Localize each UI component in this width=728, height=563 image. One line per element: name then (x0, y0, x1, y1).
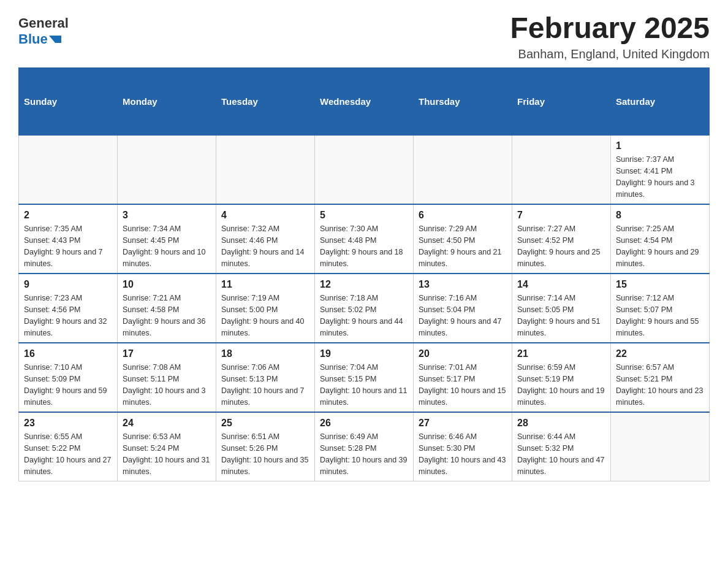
day-number: 16 (24, 348, 112, 359)
calendar-cell-w3-d6: 14Sunrise: 7:14 AMSunset: 5:05 PMDayligh… (512, 274, 611, 343)
day-number: 6 (419, 210, 507, 221)
calendar-cell-w5-d1: 23Sunrise: 6:55 AMSunset: 5:22 PMDayligh… (19, 412, 118, 481)
day-number: 11 (221, 279, 309, 290)
day-number: 13 (419, 279, 507, 290)
calendar-cell-w3-d3: 11Sunrise: 7:19 AMSunset: 5:00 PMDayligh… (216, 274, 315, 343)
day-info: Sunrise: 7:27 AMSunset: 4:52 PMDaylight:… (517, 223, 605, 269)
calendar-table: Sunday Monday Tuesday Wednesday Thursday… (18, 67, 710, 482)
day-number: 1 (616, 140, 704, 151)
day-info: Sunrise: 6:59 AMSunset: 5:19 PMDaylight:… (517, 362, 605, 408)
week-row-3: 9Sunrise: 7:23 AMSunset: 4:56 PMDaylight… (19, 274, 710, 343)
day-number: 26 (320, 418, 408, 429)
logo: General Blue (18, 12, 69, 47)
calendar-cell-w4-d3: 18Sunrise: 7:06 AMSunset: 5:13 PMDayligh… (216, 343, 315, 412)
day-number: 27 (419, 418, 507, 429)
calendar-cell-w2-d1: 2Sunrise: 7:35 AMSunset: 4:43 PMDaylight… (19, 204, 118, 274)
day-number: 5 (320, 210, 408, 221)
day-number: 14 (517, 279, 605, 290)
month-title: February 2025 (510, 12, 710, 45)
day-info: Sunrise: 7:16 AMSunset: 5:04 PMDaylight:… (419, 293, 507, 339)
day-info: Sunrise: 7:21 AMSunset: 4:58 PMDaylight:… (123, 293, 211, 339)
calendar-cell-w3-d7: 15Sunrise: 7:12 AMSunset: 5:07 PMDayligh… (611, 274, 710, 343)
weekday-header-row: Sunday Monday Tuesday Wednesday Thursday… (19, 67, 710, 135)
day-number: 10 (123, 279, 211, 290)
calendar-cell-w3-d2: 10Sunrise: 7:21 AMSunset: 4:58 PMDayligh… (118, 274, 216, 343)
week-row-5: 23Sunrise: 6:55 AMSunset: 5:22 PMDayligh… (19, 412, 710, 481)
day-info: Sunrise: 7:30 AMSunset: 4:48 PMDaylight:… (320, 223, 408, 269)
day-number: 9 (24, 279, 112, 290)
calendar-cell-w4-d7: 22Sunrise: 6:57 AMSunset: 5:21 PMDayligh… (611, 343, 710, 412)
week-row-4: 16Sunrise: 7:10 AMSunset: 5:09 PMDayligh… (19, 343, 710, 412)
day-info: Sunrise: 7:08 AMSunset: 5:11 PMDaylight:… (123, 362, 211, 408)
day-info: Sunrise: 7:37 AMSunset: 4:41 PMDaylight:… (616, 154, 704, 200)
header-sunday: Sunday (19, 67, 118, 135)
calendar-cell-w4-d1: 16Sunrise: 7:10 AMSunset: 5:09 PMDayligh… (19, 343, 118, 412)
calendar-cell-w5-d6: 28Sunrise: 6:44 AMSunset: 5:32 PMDayligh… (512, 412, 611, 481)
calendar-cell-w2-d3: 4Sunrise: 7:32 AMSunset: 4:46 PMDaylight… (216, 204, 315, 274)
day-number: 23 (24, 418, 112, 429)
week-row-1: 1Sunrise: 7:37 AMSunset: 4:41 PMDaylight… (19, 135, 710, 204)
calendar-cell-w5-d4: 26Sunrise: 6:49 AMSunset: 5:28 PMDayligh… (315, 412, 414, 481)
day-number: 24 (123, 418, 211, 429)
calendar-cell-w1-d6 (512, 135, 611, 204)
header-friday: Friday (512, 67, 611, 135)
day-info: Sunrise: 7:29 AMSunset: 4:50 PMDaylight:… (419, 223, 507, 269)
calendar-cell-w5-d2: 24Sunrise: 6:53 AMSunset: 5:24 PMDayligh… (118, 412, 216, 481)
day-info: Sunrise: 7:34 AMSunset: 4:45 PMDaylight:… (123, 223, 211, 269)
logo-triangle-icon (49, 36, 61, 43)
header-tuesday: Tuesday (216, 67, 315, 135)
day-info: Sunrise: 6:49 AMSunset: 5:28 PMDaylight:… (320, 431, 408, 477)
day-info: Sunrise: 7:25 AMSunset: 4:54 PMDaylight:… (616, 223, 704, 269)
calendar-cell-w2-d6: 7Sunrise: 7:27 AMSunset: 4:52 PMDaylight… (512, 204, 611, 274)
day-info: Sunrise: 7:18 AMSunset: 5:02 PMDaylight:… (320, 293, 408, 339)
day-info: Sunrise: 7:32 AMSunset: 4:46 PMDaylight:… (221, 223, 309, 269)
header-wednesday: Wednesday (315, 67, 414, 135)
calendar-cell-w4-d2: 17Sunrise: 7:08 AMSunset: 5:11 PMDayligh… (118, 343, 216, 412)
logo-general-text: General (18, 15, 69, 31)
calendar-cell-w5-d3: 25Sunrise: 6:51 AMSunset: 5:26 PMDayligh… (216, 412, 315, 481)
calendar-cell-w1-d3 (216, 135, 315, 204)
day-info: Sunrise: 7:12 AMSunset: 5:07 PMDaylight:… (616, 293, 704, 339)
day-info: Sunrise: 6:55 AMSunset: 5:22 PMDaylight:… (24, 431, 112, 477)
day-info: Sunrise: 6:44 AMSunset: 5:32 PMDaylight:… (517, 431, 605, 477)
day-info: Sunrise: 7:06 AMSunset: 5:13 PMDaylight:… (221, 362, 309, 408)
day-number: 20 (419, 348, 507, 359)
calendar-cell-w1-d7: 1Sunrise: 7:37 AMSunset: 4:41 PMDaylight… (611, 135, 710, 204)
day-info: Sunrise: 6:51 AMSunset: 5:26 PMDaylight:… (221, 431, 309, 477)
calendar-cell-w2-d5: 6Sunrise: 7:29 AMSunset: 4:50 PMDaylight… (414, 204, 512, 274)
day-info: Sunrise: 6:46 AMSunset: 5:30 PMDaylight:… (419, 431, 507, 477)
day-info: Sunrise: 7:23 AMSunset: 4:56 PMDaylight:… (24, 293, 112, 339)
day-number: 8 (616, 210, 704, 221)
calendar-cell-w2-d7: 8Sunrise: 7:25 AMSunset: 4:54 PMDaylight… (611, 204, 710, 274)
calendar-cell-w3-d4: 12Sunrise: 7:18 AMSunset: 5:02 PMDayligh… (315, 274, 414, 343)
day-info: Sunrise: 7:19 AMSunset: 5:00 PMDaylight:… (221, 293, 309, 339)
day-number: 3 (123, 210, 211, 221)
calendar-cell-w4-d5: 20Sunrise: 7:01 AMSunset: 5:17 PMDayligh… (414, 343, 512, 412)
calendar-cell-w1-d2 (118, 135, 216, 204)
day-number: 12 (320, 279, 408, 290)
calendar-cell-w2-d4: 5Sunrise: 7:30 AMSunset: 4:48 PMDaylight… (315, 204, 414, 274)
calendar-cell-w5-d7 (611, 412, 710, 481)
calendar-cell-w5-d5: 27Sunrise: 6:46 AMSunset: 5:30 PMDayligh… (414, 412, 512, 481)
header-saturday: Saturday (611, 67, 710, 135)
calendar-cell-w4-d6: 21Sunrise: 6:59 AMSunset: 5:19 PMDayligh… (512, 343, 611, 412)
logo-blue-text: Blue (18, 31, 61, 47)
day-info: Sunrise: 7:14 AMSunset: 5:05 PMDaylight:… (517, 293, 605, 339)
day-number: 25 (221, 418, 309, 429)
day-info: Sunrise: 7:10 AMSunset: 5:09 PMDaylight:… (24, 362, 112, 408)
day-number: 15 (616, 279, 704, 290)
calendar-cell-w2-d2: 3Sunrise: 7:34 AMSunset: 4:45 PMDaylight… (118, 204, 216, 274)
day-number: 2 (24, 210, 112, 221)
day-info: Sunrise: 6:53 AMSunset: 5:24 PMDaylight:… (123, 431, 211, 477)
day-info: Sunrise: 7:04 AMSunset: 5:15 PMDaylight:… (320, 362, 408, 408)
day-number: 22 (616, 348, 704, 359)
day-number: 18 (221, 348, 309, 359)
calendar-cell-w1-d4 (315, 135, 414, 204)
calendar-cell-w3-d5: 13Sunrise: 7:16 AMSunset: 5:04 PMDayligh… (414, 274, 512, 343)
calendar-cell-w1-d5 (414, 135, 512, 204)
day-number: 4 (221, 210, 309, 221)
day-number: 17 (123, 348, 211, 359)
day-number: 19 (320, 348, 408, 359)
calendar-cell-w1-d1 (19, 135, 118, 204)
calendar-cell-w3-d1: 9Sunrise: 7:23 AMSunset: 4:56 PMDaylight… (19, 274, 118, 343)
